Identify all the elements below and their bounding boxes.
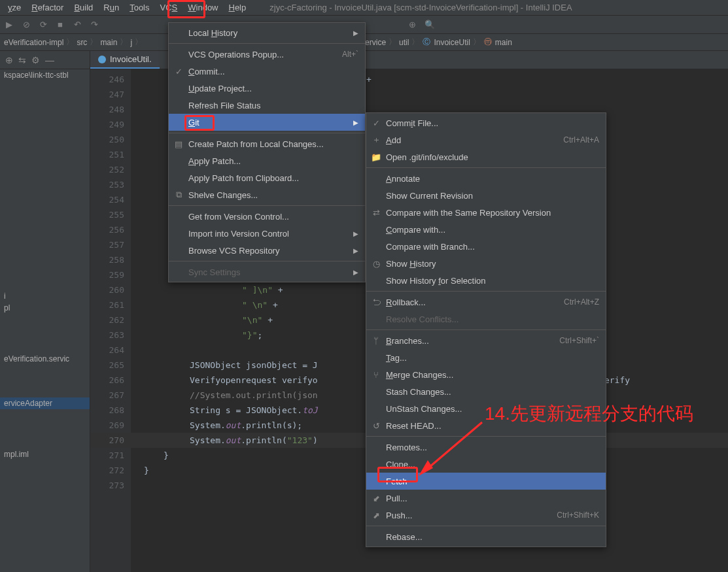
menu-help[interactable]: Help (224, 1, 252, 14)
target-icon[interactable]: ⊕ (5, 55, 13, 65)
menu-run[interactable]: Run (98, 1, 124, 14)
menu-label: Stash Changes... (386, 387, 599, 397)
vcs-import-into-version-control[interactable]: Import into Version Control▶ (169, 225, 365, 242)
git-compare-with[interactable]: Compare with... (366, 221, 606, 238)
git-stash-changes[interactable]: Stash Changes... (366, 383, 606, 400)
git-commit-file[interactable]: ✓Commit File... (366, 114, 606, 131)
folder-icon: 📁 (370, 152, 382, 162)
undo-icon[interactable]: ↶ (72, 20, 82, 30)
git-fetch[interactable]: Fetch (366, 473, 606, 490)
git-show-current-revision[interactable]: Show Current Revision (366, 187, 606, 204)
file-tab-invoiceutil[interactable]: InvoiceUtil. (90, 51, 160, 69)
vcs-create-patch-from-local-changes[interactable]: ▤Create Patch from Local Changes... (169, 135, 365, 152)
git-clone[interactable]: Clone... (366, 456, 606, 473)
crumb[interactable]: eVerification-impl (4, 38, 63, 47)
blank-icon (370, 190, 382, 201)
git-remotes[interactable]: Remotes... (366, 439, 606, 456)
git-show-history-for-selection[interactable]: Show History for Selection (366, 272, 606, 289)
git-tag[interactable]: Tag... (366, 349, 606, 366)
vcs-apply-patch-from-clipboard[interactable]: Apply Patch from Clipboard... (169, 169, 365, 186)
menu-label: Git (188, 118, 349, 127)
menu-label: Update Project... (188, 84, 358, 93)
merge-icon: ⑂ (370, 369, 382, 380)
sidebar-item-selected[interactable]: erviceAdapter (0, 397, 90, 409)
vcs-vcs-operations-popup[interactable]: VCS Operations Popup...Alt+` (169, 46, 365, 63)
sidebar-item[interactable]: eVerification.servic (0, 353, 90, 365)
gear-icon[interactable]: ⚙ (31, 55, 40, 65)
chevron-right-icon: ▶ (353, 230, 358, 237)
git-annotate[interactable]: Annotate (366, 170, 606, 187)
run-icon[interactable]: ▶ (4, 20, 14, 30)
stop-icon[interactable]: ■ (55, 20, 65, 30)
crumb[interactable]: j (130, 38, 132, 47)
git-push[interactable]: ⬈Push...Ctrl+Shift+K (366, 507, 606, 524)
menu-tools[interactable]: Tools (124, 1, 154, 14)
git-add[interactable]: ＋AddCtrl+Alt+A (366, 131, 606, 148)
menu-shortcut: Ctrl+Alt+Z (564, 297, 599, 307)
menu-label: Compare with Branch... (386, 242, 599, 252)
line-number: 266 (90, 373, 131, 388)
line-number: 250 (90, 132, 131, 147)
menubar: yzeRefactorBuildRunToolsVCSWindowHelpzjy… (0, 0, 728, 16)
blank-icon (173, 27, 184, 38)
blank-icon (173, 117, 184, 127)
target-icon[interactable]: ⊕ (407, 20, 418, 30)
vcs-apply-patch[interactable]: Apply Patch... (169, 152, 365, 169)
menu-vcs[interactable]: VCS (155, 1, 183, 14)
vcs-shelve-changes[interactable]: ⧉Shelve Changes... (169, 186, 365, 203)
hide-icon[interactable]: — (45, 55, 54, 65)
menu-label: Tag... (386, 353, 599, 363)
collapse-icon[interactable]: ⇆ (18, 55, 26, 65)
crumb[interactable]: main (100, 38, 117, 47)
sidebar-item[interactable]: mpl.iml (0, 448, 90, 460)
git-rollback[interactable]: ⮌Rollback...Ctrl+Alt+Z (366, 294, 606, 311)
menu-refactor[interactable]: Refactor (26, 1, 69, 14)
sidebar-item[interactable]: pl (0, 302, 90, 314)
chevron-right-icon: ▶ (353, 269, 358, 276)
git-open-git-info-exclude[interactable]: 📁Open .git/info/exclude (366, 148, 606, 165)
debug-icon[interactable]: ⊘ (21, 20, 31, 30)
line-number: 270 (90, 433, 131, 448)
crumb[interactable]: InvoiceUtil (434, 38, 470, 47)
git-branches[interactable]: ᛘBranches...Ctrl+Shift+` (366, 332, 606, 349)
git-show-history[interactable]: ◷Show History (366, 255, 606, 272)
vcs-local-history[interactable]: Local History▶ (169, 24, 365, 41)
line-number: 259 (90, 267, 131, 282)
crumb[interactable]: util (399, 38, 409, 47)
line-number: 268 (90, 403, 131, 418)
line-number: 263 (90, 328, 131, 343)
menu-yze[interactable]: yze (3, 1, 26, 14)
redo-icon[interactable]: ↷ (89, 20, 99, 30)
sidebar-item[interactable]: i (0, 290, 90, 302)
menu-window[interactable]: Window (182, 1, 223, 14)
vcs-browse-vcs-repository[interactable]: Browse VCS Repository▶ (169, 242, 365, 259)
search-icon[interactable]: 🔍 (425, 20, 435, 30)
menu-build[interactable]: Build (69, 1, 98, 14)
blank-icon (370, 476, 382, 486)
line-number: 272 (90, 463, 131, 478)
blank-icon (173, 100, 184, 110)
file-tab-label: InvoiceUtil. (110, 54, 152, 64)
git-pull[interactable]: ⬋Pull... (366, 490, 606, 507)
sidebar-path[interactable]: kspace\link-ttc-stbl (0, 69, 90, 81)
vcs-refresh-file-status[interactable]: Refresh File Status (169, 97, 365, 114)
git-merge-changes[interactable]: ⑂Merge Changes... (366, 366, 606, 383)
line-number: 249 (90, 117, 131, 132)
crumb[interactable]: main (495, 38, 512, 47)
clock-icon: ◷ (370, 258, 382, 269)
git-rebase[interactable]: Rebase... (366, 528, 606, 545)
vcs-commit[interactable]: ✓Commit... (169, 63, 365, 80)
git-compare-with-branch[interactable]: Compare with Branch... (366, 238, 606, 255)
vcs-get-from-version-control[interactable]: Get from Version Control... (169, 208, 365, 225)
chevron-right-icon: ▶ (353, 29, 358, 37)
build-icon[interactable]: ⟳ (38, 20, 48, 30)
line-number: 269 (90, 418, 131, 433)
line-number: 271 (90, 448, 131, 463)
menu-label: Open .git/info/exclude (386, 152, 599, 162)
vcs-update-project[interactable]: Update Project... (169, 80, 365, 97)
crumb[interactable]: src (77, 38, 87, 47)
git-submenu: ✓Commit File...＋AddCtrl+Alt+A📁Open .git/… (366, 112, 606, 547)
vcs-git[interactable]: Git▶ (169, 114, 365, 131)
line-number: 254 (90, 192, 131, 207)
git-compare-with-the-same-repository-version[interactable]: ⇄Compare with the Same Repository Versio… (366, 204, 606, 221)
